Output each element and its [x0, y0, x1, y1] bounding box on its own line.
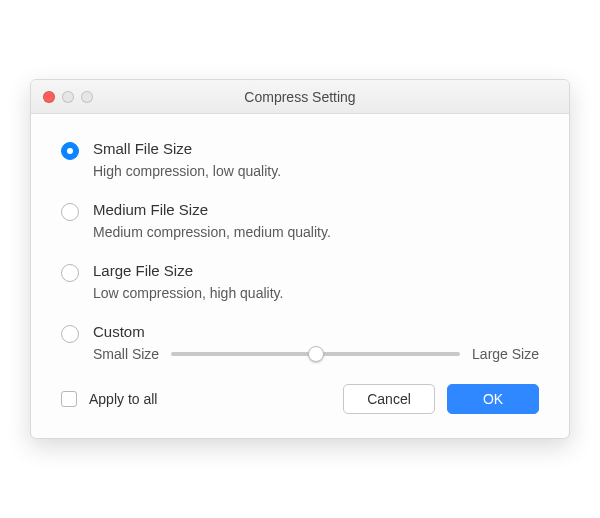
custom-slider-row: Small Size Large Size	[93, 346, 539, 362]
option-large-file-size[interactable]: Large File Size Low compression, high qu…	[61, 262, 539, 301]
dialog-content: Small File Size High compression, low qu…	[31, 114, 569, 438]
option-text: Small File Size High compression, low qu…	[93, 140, 539, 179]
ok-button[interactable]: OK	[447, 384, 539, 414]
option-custom[interactable]: Custom Small Size Large Size	[61, 323, 539, 362]
option-text: Large File Size Low compression, high qu…	[93, 262, 539, 301]
option-text: Custom Small Size Large Size	[93, 323, 539, 362]
apply-to-all-checkbox[interactable]	[61, 391, 77, 407]
radio-small-file-size[interactable]	[61, 142, 79, 160]
slider-max-label: Large Size	[472, 346, 539, 362]
slider-min-label: Small Size	[93, 346, 159, 362]
option-desc: High compression, low quality.	[93, 163, 539, 179]
radio-large-file-size[interactable]	[61, 264, 79, 282]
titlebar: Compress Setting	[31, 80, 569, 114]
cancel-button[interactable]: Cancel	[343, 384, 435, 414]
radio-medium-file-size[interactable]	[61, 203, 79, 221]
apply-to-all-label: Apply to all	[89, 391, 331, 407]
option-title: Small File Size	[93, 140, 539, 157]
option-title: Medium File Size	[93, 201, 539, 218]
option-desc: Low compression, high quality.	[93, 285, 539, 301]
window-controls	[43, 91, 93, 103]
option-title: Large File Size	[93, 262, 539, 279]
size-slider[interactable]	[171, 352, 460, 356]
cancel-button-label: Cancel	[367, 391, 411, 407]
close-icon[interactable]	[43, 91, 55, 103]
option-title: Custom	[93, 323, 539, 340]
option-medium-file-size[interactable]: Medium File Size Medium compression, med…	[61, 201, 539, 240]
minimize-icon[interactable]	[62, 91, 74, 103]
dialog-footer: Apply to all Cancel OK	[61, 384, 539, 414]
radio-custom[interactable]	[61, 325, 79, 343]
option-desc: Medium compression, medium quality.	[93, 224, 539, 240]
option-text: Medium File Size Medium compression, med…	[93, 201, 539, 240]
window-title: Compress Setting	[41, 89, 559, 105]
compress-settings-dialog: Compress Setting Small File Size High co…	[30, 79, 570, 439]
maximize-icon[interactable]	[81, 91, 93, 103]
slider-thumb-icon[interactable]	[308, 346, 324, 362]
ok-button-label: OK	[483, 391, 503, 407]
option-small-file-size[interactable]: Small File Size High compression, low qu…	[61, 140, 539, 179]
